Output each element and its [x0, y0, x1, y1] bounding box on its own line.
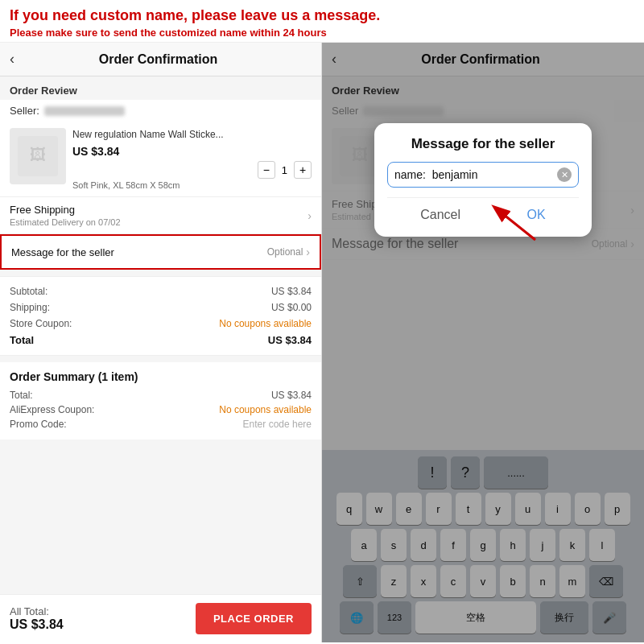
left-nav-title: Order Confirmation	[21, 52, 295, 67]
left-subtotal-row: Subtotal: US $3.84	[10, 283, 312, 299]
left-summary-total-label: Total:	[10, 390, 33, 401]
left-coupon-label: Store Coupon:	[10, 318, 72, 329]
left-all-total-val: US $3.84	[10, 617, 64, 632]
panels-container: ‹ Order Confirmation Order Review Seller…	[0, 43, 644, 642]
left-subtotal-label: Subtotal:	[10, 286, 47, 297]
left-summary-section: Order Summary (1 item) Total: US $3.84 A…	[0, 362, 321, 440]
left-product-row: 🖼 New regulation Name Wall Sticke... US …	[0, 122, 321, 197]
left-product-title: New regulation Name Wall Sticke...	[72, 128, 312, 142]
left-message-row[interactable]: Message for the seller Optional ›	[0, 234, 321, 270]
left-summary-coupon-val: No coupons available	[219, 404, 312, 415]
top-banner: If you need custom name, please leave us…	[0, 0, 644, 43]
banner-sub-text: Please make sure to send the customized …	[10, 27, 634, 39]
left-nav-bar: ‹ Order Confirmation	[0, 43, 321, 76]
left-shipping-cost-val: US $0.00	[271, 302, 312, 313]
left-promo-label: Promo Code:	[10, 419, 67, 430]
banner-main-text: If you need custom name, please leave us…	[10, 6, 634, 25]
left-shipping-info: Free Shipping Estimated Delivery on 07/0…	[10, 204, 121, 227]
left-message-label: Message for the seller	[11, 246, 114, 258]
left-total-val: US $3.84	[268, 334, 312, 346]
left-coupon-row: Store Coupon: No coupons available	[10, 316, 312, 332]
dialog-input-wrap[interactable]: ✕	[387, 162, 579, 188]
left-all-total-label: All Total:	[10, 605, 49, 617]
left-shipping-cost-label: Shipping:	[10, 302, 50, 313]
left-product-thumbnail: 🖼	[10, 128, 66, 184]
left-summary-coupon-label: AliExpress Coupon:	[10, 404, 94, 415]
dialog-overlay: Message for the seller ✕ Cancel OK	[322, 43, 644, 642]
left-qty-increase-button[interactable]: +	[294, 161, 312, 179]
left-message-right: Optional ›	[267, 246, 310, 258]
left-qty-decrease-button[interactable]: −	[258, 161, 275, 179]
left-total-label: Total	[10, 334, 34, 346]
dialog-clear-button[interactable]: ✕	[557, 167, 572, 182]
left-shipping-cost-row: Shipping: US $0.00	[10, 299, 312, 316]
red-arrow-annotation	[479, 200, 543, 251]
left-bottom-bar: All Total: US $3.84 PLACE ORDER	[0, 594, 321, 642]
left-product-price: US $3.84	[72, 145, 312, 158]
left-subtotal-val: US $3.84	[271, 286, 312, 297]
left-message-chevron-icon: ›	[306, 246, 310, 258]
left-panel: ‹ Order Confirmation Order Review Seller…	[0, 43, 322, 642]
svg-text:🖼: 🖼	[30, 146, 46, 163]
left-product-qty-row: − 1 +	[72, 161, 312, 179]
right-panel: ‹ Order Confirmation Order Review Seller…	[322, 43, 644, 642]
left-seller-name-blurred	[44, 106, 125, 116]
dialog-input[interactable]	[394, 168, 557, 181]
left-shipping-chevron-icon: ›	[308, 209, 312, 222]
left-total-row: Total US $3.84	[10, 332, 312, 349]
left-seller-row: Seller:	[0, 100, 321, 122]
left-summary-coupon-row: AliExpress Coupon: No coupons available	[10, 402, 312, 417]
left-summary-total-row: Total: US $3.84	[10, 388, 312, 402]
left-qty-value: 1	[282, 164, 287, 176]
svg-line-5	[495, 208, 535, 240]
left-shipping-est: Estimated Delivery on 07/02	[10, 217, 121, 227]
left-shipping-row[interactable]: Free Shipping Estimated Delivery on 07/0…	[0, 197, 321, 234]
left-product-info: New regulation Name Wall Sticke... US $3…	[72, 128, 312, 190]
left-back-button[interactable]: ‹	[10, 51, 14, 68]
dialog-cancel-button[interactable]: Cancel	[404, 206, 477, 224]
dialog-title: Message for the seller	[387, 136, 579, 152]
left-totals-section: Subtotal: US $3.84 Shipping: US $0.00 St…	[0, 276, 321, 356]
left-section-label: Order Review	[0, 76, 321, 100]
left-seller-label: Seller:	[10, 105, 39, 117]
left-product-variant: Soft Pink, XL 58cm X 58cm	[72, 180, 312, 190]
left-promo-val: Enter code here	[243, 419, 312, 430]
left-shipping-label: Free Shipping	[10, 204, 121, 216]
left-message-optional: Optional	[267, 246, 303, 258]
left-summary-title: Order Summary (1 item)	[10, 370, 312, 383]
left-promo-row: Promo Code: Enter code here	[10, 417, 312, 431]
left-summary-total-val: US $3.84	[271, 390, 312, 401]
place-order-button[interactable]: PLACE ORDER	[196, 603, 312, 634]
left-all-total: All Total: US $3.84	[10, 605, 64, 632]
left-coupon-val: No coupons available	[219, 318, 312, 329]
